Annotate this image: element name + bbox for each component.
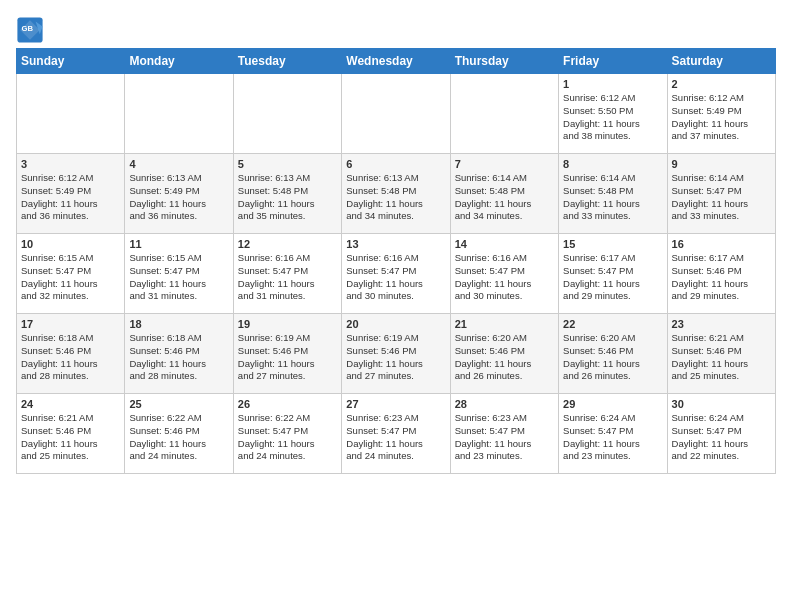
calendar-cell bbox=[450, 74, 558, 154]
day-info: Sunrise: 6:16 AM Sunset: 5:47 PM Dayligh… bbox=[455, 252, 554, 303]
calendar-cell bbox=[125, 74, 233, 154]
calendar-cell: 2Sunrise: 6:12 AM Sunset: 5:49 PM Daylig… bbox=[667, 74, 775, 154]
day-number: 25 bbox=[129, 398, 228, 410]
day-info: Sunrise: 6:16 AM Sunset: 5:47 PM Dayligh… bbox=[346, 252, 445, 303]
day-info: Sunrise: 6:23 AM Sunset: 5:47 PM Dayligh… bbox=[346, 412, 445, 463]
day-info: Sunrise: 6:16 AM Sunset: 5:47 PM Dayligh… bbox=[238, 252, 337, 303]
calendar-cell: 29Sunrise: 6:24 AM Sunset: 5:47 PM Dayli… bbox=[559, 394, 667, 474]
day-info: Sunrise: 6:14 AM Sunset: 5:48 PM Dayligh… bbox=[563, 172, 662, 223]
logo-icon: GB bbox=[16, 16, 44, 44]
calendar-cell: 16Sunrise: 6:17 AM Sunset: 5:46 PM Dayli… bbox=[667, 234, 775, 314]
day-info: Sunrise: 6:13 AM Sunset: 5:48 PM Dayligh… bbox=[346, 172, 445, 223]
day-info: Sunrise: 6:22 AM Sunset: 5:46 PM Dayligh… bbox=[129, 412, 228, 463]
day-info: Sunrise: 6:12 AM Sunset: 5:49 PM Dayligh… bbox=[672, 92, 771, 143]
logo: GB bbox=[16, 16, 46, 44]
day-number: 21 bbox=[455, 318, 554, 330]
day-number: 6 bbox=[346, 158, 445, 170]
calendar-cell: 12Sunrise: 6:16 AM Sunset: 5:47 PM Dayli… bbox=[233, 234, 341, 314]
calendar-cell: 11Sunrise: 6:15 AM Sunset: 5:47 PM Dayli… bbox=[125, 234, 233, 314]
day-number: 14 bbox=[455, 238, 554, 250]
day-number: 16 bbox=[672, 238, 771, 250]
calendar-cell: 8Sunrise: 6:14 AM Sunset: 5:48 PM Daylig… bbox=[559, 154, 667, 234]
day-number: 10 bbox=[21, 238, 120, 250]
calendar-cell bbox=[17, 74, 125, 154]
day-number: 17 bbox=[21, 318, 120, 330]
day-number: 3 bbox=[21, 158, 120, 170]
day-number: 11 bbox=[129, 238, 228, 250]
page-header: GB bbox=[16, 16, 776, 44]
day-info: Sunrise: 6:17 AM Sunset: 5:47 PM Dayligh… bbox=[563, 252, 662, 303]
day-info: Sunrise: 6:14 AM Sunset: 5:47 PM Dayligh… bbox=[672, 172, 771, 223]
calendar-cell: 10Sunrise: 6:15 AM Sunset: 5:47 PM Dayli… bbox=[17, 234, 125, 314]
weekday-header-monday: Monday bbox=[125, 49, 233, 74]
day-number: 18 bbox=[129, 318, 228, 330]
calendar-cell: 19Sunrise: 6:19 AM Sunset: 5:46 PM Dayli… bbox=[233, 314, 341, 394]
svg-text:GB: GB bbox=[22, 24, 34, 33]
calendar-cell: 3Sunrise: 6:12 AM Sunset: 5:49 PM Daylig… bbox=[17, 154, 125, 234]
calendar-week-3: 10Sunrise: 6:15 AM Sunset: 5:47 PM Dayli… bbox=[17, 234, 776, 314]
calendar-cell: 5Sunrise: 6:13 AM Sunset: 5:48 PM Daylig… bbox=[233, 154, 341, 234]
calendar-week-2: 3Sunrise: 6:12 AM Sunset: 5:49 PM Daylig… bbox=[17, 154, 776, 234]
day-number: 15 bbox=[563, 238, 662, 250]
day-info: Sunrise: 6:18 AM Sunset: 5:46 PM Dayligh… bbox=[21, 332, 120, 383]
day-info: Sunrise: 6:24 AM Sunset: 5:47 PM Dayligh… bbox=[672, 412, 771, 463]
day-number: 19 bbox=[238, 318, 337, 330]
calendar-cell: 6Sunrise: 6:13 AM Sunset: 5:48 PM Daylig… bbox=[342, 154, 450, 234]
calendar-cell: 18Sunrise: 6:18 AM Sunset: 5:46 PM Dayli… bbox=[125, 314, 233, 394]
day-number: 20 bbox=[346, 318, 445, 330]
day-info: Sunrise: 6:12 AM Sunset: 5:49 PM Dayligh… bbox=[21, 172, 120, 223]
day-number: 7 bbox=[455, 158, 554, 170]
day-info: Sunrise: 6:15 AM Sunset: 5:47 PM Dayligh… bbox=[21, 252, 120, 303]
day-info: Sunrise: 6:19 AM Sunset: 5:46 PM Dayligh… bbox=[238, 332, 337, 383]
calendar-week-4: 17Sunrise: 6:18 AM Sunset: 5:46 PM Dayli… bbox=[17, 314, 776, 394]
day-number: 1 bbox=[563, 78, 662, 90]
calendar-cell: 9Sunrise: 6:14 AM Sunset: 5:47 PM Daylig… bbox=[667, 154, 775, 234]
day-number: 29 bbox=[563, 398, 662, 410]
weekday-header-wednesday: Wednesday bbox=[342, 49, 450, 74]
calendar-cell: 27Sunrise: 6:23 AM Sunset: 5:47 PM Dayli… bbox=[342, 394, 450, 474]
calendar-cell: 28Sunrise: 6:23 AM Sunset: 5:47 PM Dayli… bbox=[450, 394, 558, 474]
day-info: Sunrise: 6:20 AM Sunset: 5:46 PM Dayligh… bbox=[455, 332, 554, 383]
day-info: Sunrise: 6:12 AM Sunset: 5:50 PM Dayligh… bbox=[563, 92, 662, 143]
weekday-header-thursday: Thursday bbox=[450, 49, 558, 74]
calendar-cell: 13Sunrise: 6:16 AM Sunset: 5:47 PM Dayli… bbox=[342, 234, 450, 314]
calendar-cell: 24Sunrise: 6:21 AM Sunset: 5:46 PM Dayli… bbox=[17, 394, 125, 474]
day-info: Sunrise: 6:18 AM Sunset: 5:46 PM Dayligh… bbox=[129, 332, 228, 383]
calendar-cell: 1Sunrise: 6:12 AM Sunset: 5:50 PM Daylig… bbox=[559, 74, 667, 154]
calendar-cell: 7Sunrise: 6:14 AM Sunset: 5:48 PM Daylig… bbox=[450, 154, 558, 234]
calendar-cell: 26Sunrise: 6:22 AM Sunset: 5:47 PM Dayli… bbox=[233, 394, 341, 474]
calendar-cell: 17Sunrise: 6:18 AM Sunset: 5:46 PM Dayli… bbox=[17, 314, 125, 394]
day-number: 4 bbox=[129, 158, 228, 170]
day-info: Sunrise: 6:24 AM Sunset: 5:47 PM Dayligh… bbox=[563, 412, 662, 463]
day-number: 12 bbox=[238, 238, 337, 250]
weekday-header-sunday: Sunday bbox=[17, 49, 125, 74]
day-number: 23 bbox=[672, 318, 771, 330]
calendar-cell: 23Sunrise: 6:21 AM Sunset: 5:46 PM Dayli… bbox=[667, 314, 775, 394]
calendar-cell: 22Sunrise: 6:20 AM Sunset: 5:46 PM Dayli… bbox=[559, 314, 667, 394]
day-number: 24 bbox=[21, 398, 120, 410]
calendar-cell: 30Sunrise: 6:24 AM Sunset: 5:47 PM Dayli… bbox=[667, 394, 775, 474]
day-number: 28 bbox=[455, 398, 554, 410]
day-number: 13 bbox=[346, 238, 445, 250]
weekday-header-saturday: Saturday bbox=[667, 49, 775, 74]
day-number: 22 bbox=[563, 318, 662, 330]
day-info: Sunrise: 6:14 AM Sunset: 5:48 PM Dayligh… bbox=[455, 172, 554, 223]
calendar-cell: 20Sunrise: 6:19 AM Sunset: 5:46 PM Dayli… bbox=[342, 314, 450, 394]
day-info: Sunrise: 6:21 AM Sunset: 5:46 PM Dayligh… bbox=[21, 412, 120, 463]
day-number: 26 bbox=[238, 398, 337, 410]
day-info: Sunrise: 6:13 AM Sunset: 5:49 PM Dayligh… bbox=[129, 172, 228, 223]
weekday-header-friday: Friday bbox=[559, 49, 667, 74]
day-number: 2 bbox=[672, 78, 771, 90]
day-info: Sunrise: 6:21 AM Sunset: 5:46 PM Dayligh… bbox=[672, 332, 771, 383]
calendar-cell: 14Sunrise: 6:16 AM Sunset: 5:47 PM Dayli… bbox=[450, 234, 558, 314]
calendar-cell: 25Sunrise: 6:22 AM Sunset: 5:46 PM Dayli… bbox=[125, 394, 233, 474]
day-info: Sunrise: 6:17 AM Sunset: 5:46 PM Dayligh… bbox=[672, 252, 771, 303]
day-info: Sunrise: 6:15 AM Sunset: 5:47 PM Dayligh… bbox=[129, 252, 228, 303]
calendar-cell: 15Sunrise: 6:17 AM Sunset: 5:47 PM Dayli… bbox=[559, 234, 667, 314]
calendar-cell: 21Sunrise: 6:20 AM Sunset: 5:46 PM Dayli… bbox=[450, 314, 558, 394]
calendar-cell: 4Sunrise: 6:13 AM Sunset: 5:49 PM Daylig… bbox=[125, 154, 233, 234]
day-number: 9 bbox=[672, 158, 771, 170]
calendar-cell bbox=[342, 74, 450, 154]
day-info: Sunrise: 6:13 AM Sunset: 5:48 PM Dayligh… bbox=[238, 172, 337, 223]
weekday-header-tuesday: Tuesday bbox=[233, 49, 341, 74]
